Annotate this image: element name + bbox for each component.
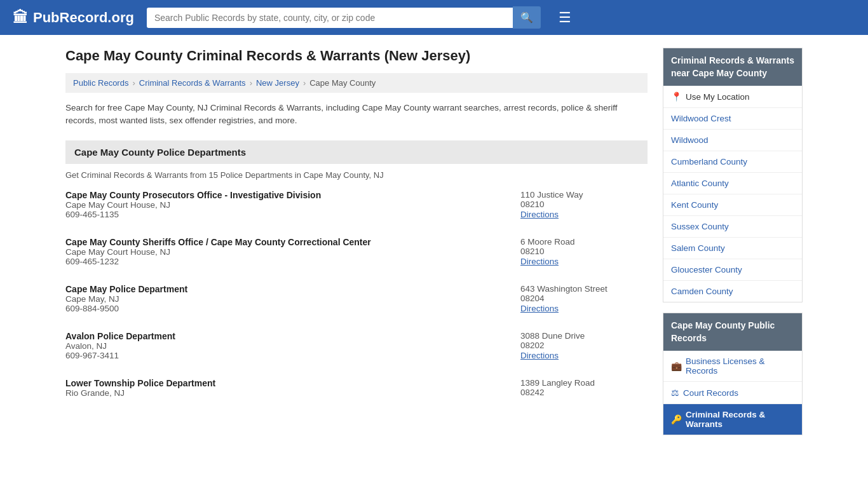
breadcrumb: Public Records › Criminal Records & Warr… xyxy=(65,73,648,93)
nearby-item[interactable]: Wildwood xyxy=(663,130,802,151)
nearby-item-label: Wildwood xyxy=(671,135,709,145)
nearby-item[interactable]: Wildwood Crest xyxy=(663,108,802,130)
department-entry: Lower Township Police Department Rio Gra… xyxy=(65,378,648,402)
nearby-item[interactable]: Gloucester County xyxy=(663,259,802,281)
public-records-item[interactable]: 💼 Business Licenses & Records xyxy=(663,351,802,382)
dept-name: Lower Township Police Department xyxy=(65,378,508,388)
dept-address: 1389 Langley Road xyxy=(520,378,648,388)
logo[interactable]: 🏛 PubRecord.org xyxy=(13,9,134,27)
nearby-item[interactable]: Atlantic County xyxy=(663,173,802,194)
search-input[interactable] xyxy=(147,8,513,28)
dept-phone: 609-465-1232 xyxy=(65,257,508,266)
directions-link[interactable]: Directions xyxy=(520,351,559,360)
nearby-item-label: Gloucester County xyxy=(671,265,742,274)
dept-name: Cape May County Sheriffs Office / Cape M… xyxy=(65,237,508,247)
directions-link[interactable]: Directions xyxy=(520,257,559,266)
nearby-item-label: Salem County xyxy=(671,243,725,253)
dept-phone: 609-967-3411 xyxy=(65,351,508,360)
nearby-item-label: Sussex County xyxy=(671,222,729,231)
main-container: Cape May County Criminal Records & Warra… xyxy=(53,35,815,458)
department-entry: Cape May Police Department Cape May, NJ … xyxy=(65,284,648,317)
page-description: Search for free Cape May County, NJ Crim… xyxy=(65,102,648,128)
menu-button[interactable]: ☰ xyxy=(559,10,571,26)
nearby-item-label: Kent County xyxy=(671,200,718,210)
breadcrumb-public-records[interactable]: Public Records xyxy=(73,78,128,88)
dept-zip: 08202 xyxy=(520,341,648,350)
nearby-item-label: Camden County xyxy=(671,287,733,296)
public-records-item-label: Criminal Records & Warrants xyxy=(686,410,794,429)
breadcrumb-new-jersey[interactable]: New Jersey xyxy=(256,78,299,88)
section-subtitle: Get Criminal Records & Warrants from 15 … xyxy=(65,170,648,180)
sidebar: Criminal Records & Warrants near Cape Ma… xyxy=(663,48,803,445)
nearby-item[interactable]: Kent County xyxy=(663,194,802,216)
nearby-item[interactable]: Sussex County xyxy=(663,216,802,238)
nearby-heading: Criminal Records & Warrants near Cape Ma… xyxy=(663,48,802,86)
breadcrumb-sep-3: › xyxy=(303,78,306,88)
breadcrumb-sep-2: › xyxy=(250,78,252,88)
department-entry: Cape May County Prosecutors Office - Inv… xyxy=(65,190,648,223)
section-header: Cape May County Police Departments xyxy=(65,140,648,164)
public-records-icon: 🔑 xyxy=(671,414,682,424)
dept-phone: 609-465-1135 xyxy=(65,210,508,219)
search-button[interactable]: 🔍 xyxy=(513,6,541,29)
nearby-item[interactable]: Camden County xyxy=(663,281,802,302)
dept-address: 110 Justice Way xyxy=(520,190,648,200)
logo-icon: 🏛 xyxy=(13,9,28,27)
page-title: Cape May County Criminal Records & Warra… xyxy=(65,48,648,64)
dept-name: Avalon Police Department xyxy=(65,331,508,341)
nearby-item[interactable]: Cumberland County xyxy=(663,151,802,173)
nearby-item[interactable]: 📍 Use My Location xyxy=(663,86,802,108)
public-records-heading: Cape May County Public Records xyxy=(663,313,802,351)
dept-city: Cape May Court House, NJ xyxy=(65,247,508,257)
dept-name: Cape May Police Department xyxy=(65,284,508,294)
search-icon: 🔍 xyxy=(520,12,533,23)
nearby-item-label: Wildwood Crest xyxy=(671,114,731,123)
breadcrumb-criminal-records[interactable]: Criminal Records & Warrants xyxy=(139,78,246,88)
dept-zip: 08210 xyxy=(520,200,648,209)
dept-name: Cape May County Prosecutors Office - Inv… xyxy=(65,190,508,200)
nearby-item[interactable]: Salem County xyxy=(663,238,802,259)
menu-icon: ☰ xyxy=(559,10,571,25)
dept-city: Cape May Court House, NJ xyxy=(65,200,508,210)
logo-text: PubRecord.org xyxy=(33,10,134,26)
dept-address: 6 Moore Road xyxy=(520,237,648,247)
breadcrumb-cape-may: Cape May County xyxy=(309,78,376,88)
nearby-item-label: Atlantic County xyxy=(671,179,729,188)
department-list: Cape May County Prosecutors Office - Inv… xyxy=(65,190,648,402)
dept-address: 3088 Dune Drive xyxy=(520,331,648,341)
dept-city: Cape May, NJ xyxy=(65,294,508,304)
public-records-item-label: Business Licenses & Records xyxy=(686,356,794,376)
department-entry: Cape May County Sheriffs Office / Cape M… xyxy=(65,237,648,270)
nearby-item-icon: 📍 xyxy=(671,92,682,102)
public-records-icon: ⚖ xyxy=(671,388,679,398)
department-entry: Avalon Police Department Avalon, NJ 609-… xyxy=(65,331,648,364)
search-bar: 🔍 xyxy=(147,6,541,29)
site-header: 🏛 PubRecord.org 🔍 ☰ xyxy=(0,0,868,35)
nearby-item-label: Use My Location xyxy=(686,92,750,102)
dept-address: 643 Washington Street xyxy=(520,284,648,294)
breadcrumb-sep-1: › xyxy=(132,78,135,88)
nearby-list: 📍 Use My Location Wildwood Crest Wildwoo… xyxy=(663,86,802,302)
dept-phone: 609-884-9500 xyxy=(65,304,508,313)
dept-zip: 08204 xyxy=(520,294,648,303)
public-records-icon: 💼 xyxy=(671,361,682,371)
public-records-item[interactable]: ⚖ Court Records xyxy=(663,382,802,404)
dept-zip: 08242 xyxy=(520,388,648,397)
dept-city: Rio Grande, NJ xyxy=(65,388,508,398)
nearby-item-label: Cumberland County xyxy=(671,157,747,166)
public-records-item[interactable]: 🔑 Criminal Records & Warrants xyxy=(663,404,802,435)
public-records-box: Cape May County Public Records 💼 Busines… xyxy=(663,313,803,435)
dept-city: Avalon, NJ xyxy=(65,341,508,351)
directions-link[interactable]: Directions xyxy=(520,210,559,219)
public-records-list: 💼 Business Licenses & Records ⚖ Court Re… xyxy=(663,351,802,435)
nearby-box: Criminal Records & Warrants near Cape Ma… xyxy=(663,48,803,302)
public-records-item-label: Court Records xyxy=(683,388,738,398)
dept-zip: 08210 xyxy=(520,247,648,256)
content-area: Cape May County Criminal Records & Warra… xyxy=(65,48,648,445)
directions-link[interactable]: Directions xyxy=(520,304,559,313)
